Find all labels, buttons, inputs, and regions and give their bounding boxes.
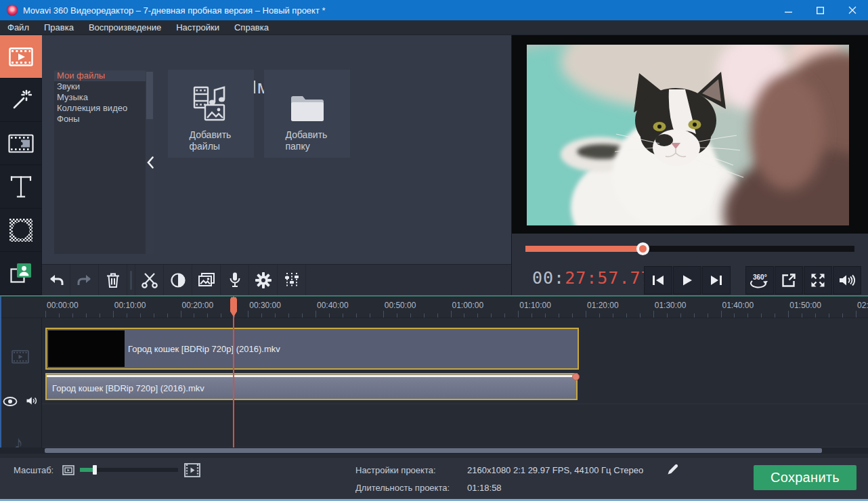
ruler-tick bbox=[113, 311, 114, 318]
save-button[interactable]: Сохранить bbox=[754, 465, 856, 490]
ruler-label: 01:20:00 bbox=[587, 301, 619, 310]
minimize-button[interactable] bbox=[773, 0, 804, 20]
split-button[interactable] bbox=[135, 265, 164, 295]
import-panel: Импорт Мои файлы Звуки Музыка Коллекция … bbox=[42, 35, 511, 264]
undo-button[interactable] bbox=[42, 265, 70, 295]
close-button[interactable] bbox=[836, 0, 868, 20]
redo-icon bbox=[77, 274, 93, 287]
preview-panel: 00:27:57.773 360° bbox=[511, 35, 868, 295]
add-folder-card[interactable]: Добавить папку bbox=[264, 70, 350, 158]
sidebar-tools bbox=[0, 35, 42, 295]
zoom-slider[interactable] bbox=[80, 468, 178, 472]
maximize-button[interactable] bbox=[804, 0, 836, 20]
zoom-slider-handle[interactable] bbox=[93, 465, 97, 475]
ruler-tick bbox=[370, 313, 370, 318]
audio-volume-handle[interactable] bbox=[572, 373, 580, 380]
ruler-label: 01:40:00 bbox=[722, 301, 754, 310]
collapse-list-button[interactable] bbox=[146, 154, 155, 171]
fullscreen-button[interactable] bbox=[804, 266, 832, 295]
seek-handle[interactable] bbox=[636, 242, 649, 255]
video-track-icon bbox=[12, 350, 29, 364]
timecode-display: 00:27:57.773 bbox=[532, 268, 663, 288]
ruler-tick bbox=[424, 313, 425, 318]
ruler-label: 01:30:00 bbox=[655, 301, 687, 310]
add-folder-label: Добавить папку bbox=[286, 129, 329, 152]
audio-properties-button[interactable] bbox=[278, 265, 306, 295]
seek-bar[interactable] bbox=[525, 246, 854, 252]
window-controls bbox=[773, 0, 868, 20]
audio-volume-line[interactable] bbox=[47, 375, 576, 377]
edit-toolbar bbox=[42, 264, 511, 295]
category-sounds[interactable]: Звуки bbox=[54, 81, 146, 92]
ruler-tick bbox=[464, 313, 464, 318]
video-clip-thumbnail bbox=[48, 330, 125, 367]
edit-pencil-icon[interactable] bbox=[667, 464, 678, 475]
menu-playback[interactable]: Воспроизведение bbox=[81, 20, 169, 35]
category-scrollbar-thumb[interactable] bbox=[146, 72, 153, 119]
microphone-icon bbox=[227, 271, 242, 288]
playhead-line bbox=[233, 297, 234, 448]
menu-settings[interactable]: Настройки bbox=[169, 20, 227, 35]
menu-file[interactable]: Файл bbox=[0, 20, 37, 35]
category-video-collection[interactable]: Коллекция видео bbox=[54, 103, 146, 114]
sidebar-item-filters[interactable] bbox=[0, 79, 42, 122]
ruler-tick bbox=[397, 313, 397, 318]
play-button[interactable] bbox=[673, 266, 701, 295]
maximize-icon bbox=[817, 7, 824, 14]
mute-track-icon[interactable] bbox=[26, 395, 39, 406]
color-adjustments-button[interactable] bbox=[164, 265, 192, 295]
checker-circle-icon bbox=[9, 219, 32, 242]
ruler-tick bbox=[721, 311, 722, 318]
detach-player-button[interactable] bbox=[775, 266, 803, 295]
record-voice-button[interactable] bbox=[221, 265, 249, 295]
magic-wand-icon bbox=[10, 89, 32, 111]
sidebar-item-callouts[interactable] bbox=[0, 252, 42, 295]
sidebar-item-transitions[interactable] bbox=[0, 122, 42, 165]
timeline-scrollbar-thumb[interactable] bbox=[45, 448, 822, 453]
category-my-files[interactable]: Мои файлы bbox=[54, 70, 146, 81]
category-backgrounds[interactable]: Фоны bbox=[54, 114, 146, 125]
menu-edit[interactable]: Правка bbox=[37, 20, 81, 35]
sidebar-item-import[interactable] bbox=[0, 35, 42, 79]
category-music[interactable]: Музыка bbox=[54, 92, 146, 103]
ruler-tick bbox=[802, 313, 802, 318]
image-button[interactable] bbox=[192, 265, 221, 295]
movavi-video-editor-window: Movavi 360 Видеоредактор – 7-дневная про… bbox=[0, 0, 868, 501]
toolbar-separator bbox=[127, 265, 135, 295]
menu-bar: Файл Правка Воспроизведение Настройки Сп… bbox=[0, 20, 868, 35]
ruler-tick bbox=[708, 313, 708, 318]
ruler-tick bbox=[626, 313, 627, 318]
eye-icon[interactable] bbox=[3, 397, 18, 406]
ruler-tick bbox=[302, 313, 303, 318]
timeline: 00:00:0000:10:0000:20:0000:30:0000:40:00… bbox=[0, 295, 868, 457]
previous-frame-button[interactable] bbox=[644, 266, 672, 295]
ruler-label: 00:40:00 bbox=[317, 301, 349, 310]
delete-button[interactable] bbox=[99, 265, 127, 295]
menu-help[interactable]: Справка bbox=[227, 20, 276, 35]
timecode-hours: 00: bbox=[532, 268, 565, 288]
ruler-tick bbox=[45, 311, 46, 318]
sidebar-item-titles[interactable] bbox=[0, 165, 42, 209]
track-header-column: ♪ bbox=[0, 318, 42, 448]
title-bar: Movavi 360 Видеоредактор – 7-дневная про… bbox=[0, 0, 868, 20]
view-360-button[interactable]: 360° bbox=[745, 266, 774, 295]
next-frame-button[interactable] bbox=[702, 266, 731, 295]
video-clip[interactable]: Город кошек [BDRip 720p] (2016).mkv bbox=[45, 328, 579, 370]
folder-icon bbox=[290, 70, 325, 123]
project-settings-value: 2160x1080 2:1 29.97 FPS, 44100 Гц Стерео bbox=[467, 465, 643, 475]
timeline-horizontal-scrollbar[interactable] bbox=[0, 448, 868, 454]
ruler-label: 01:10:00 bbox=[519, 301, 551, 310]
ruler-tick bbox=[437, 313, 438, 318]
ruler-tick bbox=[288, 313, 289, 318]
clip-properties-button[interactable] bbox=[249, 265, 278, 295]
preview-letterbox bbox=[512, 35, 868, 234]
sidebar-item-stickers[interactable] bbox=[0, 209, 42, 252]
scissors-icon bbox=[141, 272, 158, 288]
audio-clip[interactable]: Город кошек [BDRip 720p] (2016).mkv bbox=[45, 373, 578, 400]
timeline-ruler[interactable]: 00:00:0000:10:0000:20:0000:30:0000:40:00… bbox=[0, 297, 868, 318]
add-files-card[interactable]: Добавить файлы bbox=[168, 70, 254, 158]
ruler-tick bbox=[127, 313, 127, 318]
redo-button[interactable] bbox=[70, 265, 99, 295]
ruler-label: 01:00:00 bbox=[452, 301, 484, 310]
volume-button[interactable] bbox=[833, 266, 861, 295]
